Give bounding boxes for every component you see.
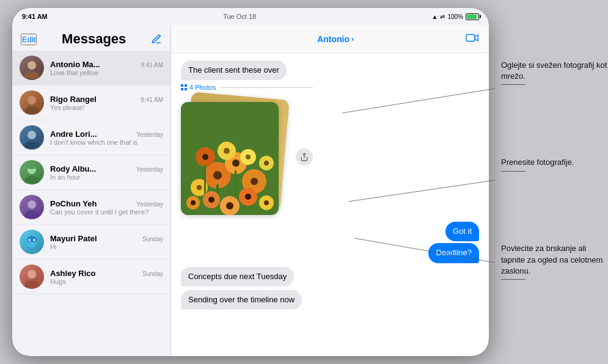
message-row-1: The client sent these over (181, 60, 479, 80)
conv-name-rigo: Rigo Rangel (50, 95, 97, 104)
photo-message-row: 4 Photos (181, 84, 479, 218)
annotation-1: Oglejte si svežen fotografij kot mrežo. (501, 60, 608, 85)
conv-preview-andre: I don't know which one that is (50, 139, 163, 146)
conv-preview-pochun: Can you cover it until I get there? (50, 208, 163, 216)
video-call-button[interactable] (466, 33, 479, 45)
conv-name-antonio: Antonio Ma... (50, 60, 100, 69)
conv-details-rody: Rody Albu... Yesterday In an hour (50, 164, 163, 181)
avatar-rody (20, 160, 44, 184)
svg-point-32 (197, 185, 202, 190)
conv-details-mayuri: Mayuri Patel Sunday Hi (50, 234, 163, 250)
avatar-ashley (20, 264, 44, 289)
svg-point-4 (27, 131, 36, 139)
svg-point-5 (24, 141, 39, 148)
app-content: Edit Messages Antonio Ma... (12, 25, 489, 356)
svg-point-27 (232, 159, 240, 167)
conv-details-antonio: Antonio Ma... 9:41 AM Love that yellow (50, 60, 163, 76)
contact-name: Antonio (317, 34, 350, 44)
svg-point-42 (208, 197, 214, 203)
svg-point-2 (27, 96, 36, 104)
avatar-mayuri (20, 230, 44, 254)
conv-details-rigo: Rigo Rangel 9:41 AM Yes please! (50, 95, 163, 111)
conv-preview-rigo: Yes please! (50, 104, 163, 111)
avatar-pochun (20, 195, 44, 219)
svg-point-15 (24, 280, 39, 288)
conv-item-mayuri[interactable]: Mayuri Patel Sunday Hi (12, 225, 170, 260)
compose-icon[interactable] (151, 34, 162, 45)
conv-time-mayuri: Sunday (142, 236, 163, 242)
bubble-received-concepts: Concepts due next Tuesday (181, 267, 294, 286)
status-indicators: ▲ ⇌ 100% (432, 13, 479, 20)
svg-point-26 (213, 171, 222, 180)
bubble-received-1: The client sent these over (181, 60, 287, 80)
annotation-2: Prenesite fotografije. (501, 157, 608, 171)
conv-preview-ashley: Hugs (50, 278, 163, 285)
conv-time-ashley: Sunday (142, 271, 163, 277)
svg-point-13 (33, 239, 35, 241)
conv-preview-antonio: Love that yellow (50, 69, 163, 76)
svg-point-46 (191, 200, 196, 205)
svg-point-10 (24, 211, 39, 218)
conv-item-andre[interactable]: Andre Lori... Yesterday I don't know whi… (12, 120, 170, 155)
conv-time-rody: Yesterday (136, 166, 163, 173)
photo-count-label: 4 Photos (189, 84, 216, 91)
conv-name-pochun: PoChun Yeh (50, 199, 97, 208)
share-button[interactable] (296, 148, 313, 166)
left-panel: Edit Messages Antonio Ma... (12, 25, 171, 356)
conv-time-antonio: 9:41 AM (141, 62, 163, 68)
conv-details-andre: Andre Lori... Yesterday I don't know whi… (50, 129, 163, 146)
messages-header: Edit Messages (12, 25, 170, 51)
svg-point-29 (251, 178, 258, 185)
conv-time-rigo: 9:41 AM (141, 96, 163, 103)
photo-stack[interactable] (181, 96, 291, 218)
signal-icon: ▲ (432, 13, 438, 20)
battery-percent: 100% (447, 13, 463, 20)
avatar-rigo (20, 90, 44, 115)
conv-preview-mayuri: Hi (50, 243, 163, 250)
conv-item-pochun[interactable]: PoChun Yeh Yesterday Can you cover it un… (12, 190, 170, 225)
message-row-concepts: Concepts due next Tuesday (181, 267, 479, 286)
photo-label: 4 Photos (181, 84, 313, 91)
svg-point-31 (246, 155, 251, 159)
svg-point-14 (27, 270, 36, 278)
avatar-andre (20, 125, 44, 150)
conv-preview-rody: In an hour (50, 173, 163, 181)
conv-name-rody: Rody Albu... (50, 164, 96, 173)
svg-point-33 (264, 161, 269, 166)
svg-point-43 (226, 202, 233, 209)
conversation-list: Antonio Ma... 9:41 AM Love that yellow (12, 51, 170, 356)
status-date: Tue Oct 18 (223, 13, 256, 20)
conv-time-andre: Yesterday (136, 131, 163, 138)
photo-card-front[interactable] (181, 102, 279, 215)
svg-point-44 (245, 194, 251, 200)
svg-point-28 (202, 154, 208, 160)
conv-details-ashley: Ashley Rico Sunday Hugs (50, 269, 163, 285)
bubble-received-sending: Sending over the timeline now (181, 290, 302, 310)
svg-point-3 (24, 106, 39, 114)
conv-item-ashley[interactable]: Ashley Rico Sunday Hugs (12, 260, 170, 294)
avatar-antonio (20, 56, 44, 80)
svg-point-45 (264, 200, 269, 205)
svg-point-30 (224, 148, 230, 154)
chat-messages: The client sent these over (171, 53, 489, 356)
svg-rect-36 (204, 165, 206, 195)
svg-point-9 (27, 200, 36, 209)
conv-name-mayuri: Mayuri Patel (50, 234, 97, 243)
battery-icon (466, 13, 479, 20)
conv-item-antonio[interactable]: Antonio Ma... 9:41 AM Love that yellow (12, 51, 170, 86)
edit-button[interactable]: Edit (21, 34, 37, 45)
svg-rect-35 (235, 170, 236, 201)
status-bar: 9:41 AM Tue Oct 18 ▲ ⇌ 100% (12, 8, 489, 25)
chevron-right-icon: › (351, 35, 354, 43)
photo-line (221, 87, 313, 88)
right-panel: Antonio › The client sent these over (171, 25, 489, 356)
chat-contact[interactable]: Antonio › (317, 34, 354, 44)
conv-item-rigo[interactable]: Rigo Rangel 9:41 AM Yes please! (12, 86, 170, 120)
conv-item-rody[interactable]: Rody Albu... Yesterday In an hour (12, 155, 170, 190)
message-row-sending: Sending over the timeline now (181, 290, 479, 310)
wifi-icon: ⇌ (440, 13, 445, 20)
svg-point-12 (28, 239, 31, 241)
svg-rect-8 (27, 165, 36, 169)
bubble-sent-gotit: Got it (445, 222, 479, 241)
messages-title: Messages (62, 31, 126, 47)
